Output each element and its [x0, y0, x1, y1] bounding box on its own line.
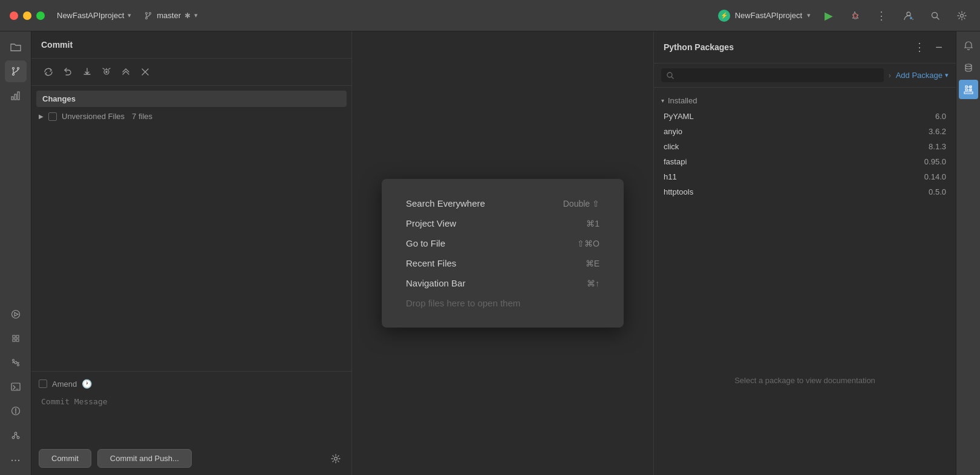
changes-section: Changes ▶ Unversioned Files 7 files: [31, 86, 351, 371]
package-version-httptools: 0.5.0: [929, 187, 946, 196]
run-project-name: NewFastAPIproject: [735, 11, 802, 20]
account-icon[interactable]: [900, 7, 917, 24]
close-window-button[interactable]: [10, 11, 18, 20]
package-row-click[interactable]: click 8.1.3: [654, 139, 956, 154]
svg-point-24: [105, 71, 108, 73]
project-name-chevron-icon: ▾: [128, 11, 131, 19]
close-commit-panel-button[interactable]: [138, 65, 152, 79]
qa-recent-files[interactable]: Recent Files ⌘E: [406, 253, 599, 273]
sidebar-item-terminal[interactable]: [5, 376, 27, 398]
clock-icon[interactable]: 🕐: [82, 379, 92, 389]
run-button[interactable]: ▶: [820, 7, 837, 24]
unversioned-chevron-icon: ▶: [39, 113, 44, 120]
qa-go-to-file[interactable]: Go to File ⇧⌘O: [406, 233, 599, 253]
package-row-h11[interactable]: h11 0.14.0: [654, 169, 956, 184]
qa-project-view-shortcut: ⌘1: [586, 219, 599, 228]
qa-search-everywhere[interactable]: Search Everywhere Double ⇧: [406, 193, 599, 213]
commit-message-input[interactable]: [39, 395, 344, 443]
project-name-dropdown[interactable]: NewFastAPIproject ▾: [57, 11, 131, 20]
svg-point-25: [335, 457, 338, 460]
qa-go-to-file-shortcut: ⇧⌘O: [577, 239, 599, 248]
commit-button[interactable]: Commit: [39, 449, 91, 468]
sidebar-item-problems[interactable]: [5, 400, 27, 422]
package-version-pyyaml: 6.0: [935, 112, 946, 121]
minimize-window-button[interactable]: [23, 11, 31, 20]
search-button[interactable]: [927, 7, 944, 24]
package-name-h11: h11: [664, 172, 677, 181]
package-list: ▾ Installed PyYAML 6.0 anyio 3.6.2 click…: [654, 88, 956, 286]
packages-doc-area: Select a package to view documentation: [654, 286, 956, 476]
package-row-anyio[interactable]: anyio 3.6.2: [654, 124, 956, 139]
settings-button[interactable]: [953, 7, 970, 24]
project-name-label: NewFastAPIproject: [57, 11, 124, 20]
sidebar-item-run[interactable]: [5, 303, 27, 325]
packages-search-box[interactable]: [661, 68, 884, 82]
package-row-httptools[interactable]: httptools 0.5.0: [654, 184, 956, 199]
title-bar-right: ⚡ NewFastAPIproject ▾ ▶ ⋮: [718, 7, 970, 24]
center-area: Search Everywhere Double ⇧ Project View …: [352, 31, 653, 475]
stash-button[interactable]: [80, 65, 94, 79]
svg-rect-12: [15, 94, 16, 100]
qa-navigation-bar-label: Navigation Bar: [406, 278, 465, 288]
commit-and-push-button[interactable]: Commit and Push...: [97, 449, 192, 468]
qa-recent-files-label: Recent Files: [406, 258, 456, 268]
packages-search-input[interactable]: [678, 71, 879, 80]
python-packages-icon[interactable]: [959, 80, 978, 99]
panel-minimize-button[interactable]: −: [932, 40, 946, 54]
svg-point-2: [146, 17, 148, 19]
qa-navigation-bar[interactable]: Navigation Bar ⌘↑: [406, 273, 599, 293]
sidebar-item-dots[interactable]: ···: [5, 448, 27, 470]
branch-dropdown[interactable]: master ✱ ▾: [143, 11, 198, 21]
sidebar-item-analytics[interactable]: [5, 85, 27, 106]
svg-point-1: [149, 12, 151, 14]
file-count-badge: 7 files: [132, 112, 152, 121]
package-row-fastapi[interactable]: fastapi 0.95.0: [654, 154, 956, 169]
qa-drop-files: Drop files here to open them: [406, 293, 599, 313]
svg-point-21: [15, 432, 17, 435]
add-package-button[interactable]: Add Package ▾: [896, 71, 949, 80]
main-layout: ··· Commit: [0, 31, 980, 475]
add-package-label: Add Package: [896, 71, 942, 80]
commit-bottom: Amend 🕐 Commit Commit and Push...: [31, 371, 351, 475]
svg-point-16: [12, 360, 14, 361]
maximize-window-button[interactable]: [36, 11, 45, 20]
qa-project-view[interactable]: Project View ⌘1: [406, 213, 599, 233]
qa-project-view-label: Project View: [406, 218, 456, 228]
refresh-button[interactable]: [41, 65, 56, 79]
notification-icon[interactable]: [959, 36, 978, 56]
branch-name-label: master: [157, 11, 181, 20]
unversioned-checkbox[interactable]: [48, 112, 57, 121]
sidebar-item-folder[interactable]: [5, 36, 27, 58]
changes-header: Changes: [36, 91, 347, 107]
undo-button[interactable]: [60, 65, 75, 79]
sidebar-item-git[interactable]: [5, 60, 27, 82]
changes-label: Changes: [42, 94, 76, 103]
debug-button[interactable]: [847, 7, 864, 24]
run-project-chevron: ▾: [807, 11, 811, 19]
search-chevron-icon: ›: [889, 71, 891, 80]
package-row-pyyaml[interactable]: PyYAML 6.0: [654, 109, 956, 124]
qa-go-to-file-label: Go to File: [406, 238, 445, 248]
sidebar-item-plugins[interactable]: [5, 328, 27, 349]
svg-rect-11: [11, 97, 13, 100]
installed-chevron-icon: ▾: [661, 97, 664, 104]
sidebar-item-git-log[interactable]: [5, 352, 27, 373]
search-icon: [930, 11, 940, 21]
show-diff-button[interactable]: [99, 65, 114, 79]
commit-panel: Commit: [31, 31, 352, 475]
commit-settings-button[interactable]: [327, 450, 344, 467]
panel-more-button[interactable]: ⋮: [912, 40, 927, 54]
python-packages-title: Python Packages: [664, 42, 912, 52]
run-config[interactable]: ⚡ NewFastAPIproject ▾: [718, 10, 811, 22]
amend-checkbox[interactable]: [39, 380, 47, 388]
svg-rect-18: [11, 383, 20, 390]
shelve-button[interactable]: [119, 65, 133, 79]
database-icon[interactable]: [959, 58, 978, 77]
sidebar-item-more[interactable]: [5, 424, 27, 446]
branch-update-icon: ✱: [185, 11, 191, 20]
package-version-h11: 0.14.0: [924, 172, 946, 181]
unversioned-files-row[interactable]: ▶ Unversioned Files 7 files: [31, 107, 351, 126]
more-options-button[interactable]: ⋮: [874, 7, 890, 24]
installed-group-header[interactable]: ▾ Installed: [654, 92, 956, 109]
right-panel-header: Python Packages ⋮ −: [654, 31, 956, 63]
